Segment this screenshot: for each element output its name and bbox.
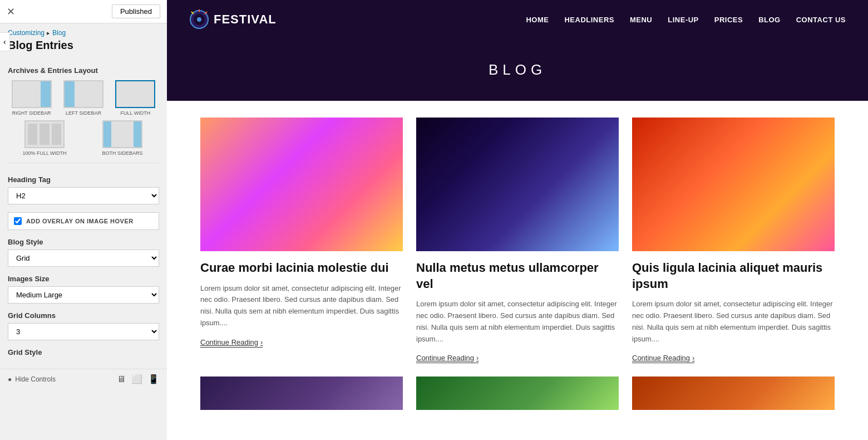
grid-style-label: Grid Style <box>8 348 159 356</box>
grid-columns-label: Grid Columns <box>8 311 159 320</box>
sidebar-right-bar <box>41 81 51 107</box>
sidebar-left-bar <box>65 81 75 107</box>
blog-header: BLOG <box>167 39 868 101</box>
desktop-icon[interactable]: 🖥 <box>117 374 126 384</box>
heading-tag-section: Heading Tag H2 H1 H3 H4 ADD OVERLAY ON I… <box>0 169 167 369</box>
blog-card-1-readmore[interactable]: Continue Reading › <box>200 338 263 348</box>
overlay-label: ADD OVERLAY ON IMAGE HOVER <box>26 218 134 224</box>
close-button[interactable]: ✕ <box>7 6 15 18</box>
blog-card-3-excerpt: Lorem ipsum dolor sit amet, consectetur … <box>632 299 835 345</box>
layout-options-row1: RIGHT SIDEBAR LEFT SIDEBAR FULL WIDTH <box>8 80 159 116</box>
full-width-bar <box>116 81 154 107</box>
dual-left-bar <box>103 121 111 147</box>
blog-card-1-image <box>200 118 403 251</box>
blog-card-6-image <box>632 377 835 410</box>
nav-lineup[interactable]: LINE-UP <box>668 16 699 24</box>
site-logo: FESTIVAL <box>189 9 277 30</box>
100-full-width-thumb <box>24 120 65 148</box>
layout-right-sidebar[interactable]: RIGHT SIDEBAR <box>8 80 55 116</box>
both-sidebars-label: BOTH SIDEBARS <box>102 150 142 156</box>
layout-options-row2: 100% FULL WIDTH BOTH SIDEBARS <box>8 120 159 156</box>
images-size-group: Images Size Medium Large Thumbnail Mediu… <box>8 275 159 304</box>
right-sidebar-label: RIGHT SIDEBAR <box>12 110 51 116</box>
nav-contact[interactable]: CONTACT US <box>796 16 846 24</box>
heading-tag-label: Heading Tag <box>8 175 159 184</box>
blog-style-group: Blog Style Grid List Masonry <box>8 238 159 267</box>
published-button[interactable]: Published <box>112 4 160 18</box>
blog-card-3-readmore[interactable]: Continue Reading › <box>632 354 694 363</box>
site-preview: FESTIVAL HOME HEADLINERS MENU LINE-UP PR… <box>167 0 868 440</box>
blog-card-1: Curae morbi lacinia molestie dui Lorem i… <box>200 118 403 363</box>
blog-card-5-image <box>416 377 619 410</box>
svg-line-4 <box>205 12 207 14</box>
blog-card-3-readmore-label: Continue Reading <box>632 354 690 362</box>
blog-grid: Curae morbi lacinia molestie dui Lorem i… <box>167 101 868 427</box>
layout-both-sidebars[interactable]: BOTH SIDEBARS <box>86 120 159 156</box>
blog-card-3: Quis ligula lacinia aliquet mauris ipsum… <box>632 118 835 363</box>
breadcrumb-separator: ▸ <box>47 30 50 37</box>
layout-left-sidebar[interactable]: LEFT SIDEBAR <box>60 80 107 116</box>
overlay-checkbox[interactable] <box>14 217 22 225</box>
panel-title: Blog Entries <box>0 39 167 60</box>
blog-card-2-readmore[interactable]: Continue Reading › <box>416 354 479 363</box>
both-sidebars-thumb <box>102 120 142 148</box>
blog-card-3-image <box>632 118 835 251</box>
overlay-checkbox-row[interactable]: ADD OVERLAY ON IMAGE HOVER <box>8 212 159 230</box>
grid-columns-select[interactable]: 3 1 2 4 <box>8 323 159 340</box>
svg-line-5 <box>191 12 194 14</box>
archives-section: Archives & Entries Layout RIGHT SIDEBAR … <box>0 60 167 163</box>
full-width-label: FULL WIDTH <box>120 110 150 116</box>
nav-headliners[interactable]: HEADLINERS <box>564 16 614 24</box>
nav-blog[interactable]: BLOG <box>758 16 781 24</box>
logo-text: FESTIVAL <box>214 12 277 27</box>
right-sidebar-thumb <box>12 80 52 108</box>
blog-card-4-image <box>200 377 403 410</box>
nav-links: HOME HEADLINERS MENU LINE-UP PRICES BLOG… <box>526 16 846 24</box>
left-sidebar-label: LEFT SIDEBAR <box>66 110 101 116</box>
layout-full-width[interactable]: FULL WIDTH <box>112 80 159 116</box>
dual-right-bar <box>134 121 141 147</box>
archives-label: Archives & Entries Layout <box>8 66 159 75</box>
circle-icon: ● <box>8 375 12 383</box>
panel-top-bar: ✕ Published <box>0 0 167 23</box>
mobile-icon[interactable]: 📱 <box>148 374 159 384</box>
blog-card-4 <box>200 377 403 410</box>
images-size-select[interactable]: Medium Large Thumbnail Medium Large Full <box>8 286 159 304</box>
blog-card-1-title: Curae morbi lacinia molestie dui <box>200 260 403 276</box>
100-full-width-label: 100% FULL WIDTH <box>22 150 66 156</box>
blog-card-2-title: Nulla metus metus ullamcorper vel <box>416 260 619 292</box>
blog-card-5 <box>416 377 619 410</box>
svg-point-2 <box>197 17 201 22</box>
back-arrow-button[interactable]: ‹ <box>0 32 10 51</box>
blog-card-2-readmore-label: Continue Reading <box>416 354 474 362</box>
layout-100-full-width[interactable]: 100% FULL WIDTH <box>8 120 81 156</box>
panel-bottom: ● Hide Controls 🖥 ⬜ 📱 <box>0 369 167 389</box>
blog-card-3-arrow: › <box>692 354 694 362</box>
tablet-icon[interactable]: ⬜ <box>131 374 142 384</box>
hide-controls-button[interactable]: ● Hide Controls <box>8 375 56 383</box>
blog-card-2-body: Nulla metus metus ullamcorper vel Lorem … <box>416 251 619 363</box>
blog-card-3-title: Quis ligula lacinia aliquet mauris ipsum <box>632 260 835 292</box>
left-sidebar-thumb <box>63 80 103 108</box>
blog-style-label: Blog Style <box>8 238 159 246</box>
breadcrumb-current: Blog <box>52 29 66 37</box>
blog-card-2-image <box>416 118 619 251</box>
blog-card-2: Nulla metus metus ullamcorper vel Lorem … <box>416 118 619 363</box>
blog-card-1-body: Curae morbi lacinia molestie dui Lorem i… <box>200 251 403 348</box>
nav-menu[interactable]: MENU <box>630 16 652 24</box>
logo-icon <box>189 9 209 30</box>
images-size-label: Images Size <box>8 275 159 283</box>
navbar: FESTIVAL HOME HEADLINERS MENU LINE-UP PR… <box>167 0 868 39</box>
blog-card-1-readmore-label: Continue Reading <box>200 338 258 346</box>
blog-card-6 <box>632 377 835 410</box>
blog-card-1-arrow: › <box>260 338 263 346</box>
blog-card-2-arrow: › <box>476 354 479 362</box>
heading-tag-select[interactable]: H2 H1 H3 H4 <box>8 187 159 204</box>
blog-style-select[interactable]: Grid List Masonry <box>8 250 159 267</box>
blog-card-2-excerpt: Lorem ipsum dolor sit amet, consectetur … <box>416 299 619 345</box>
breadcrumb-parent[interactable]: Customizing <box>8 29 45 37</box>
nav-prices[interactable]: PRICES <box>714 16 743 24</box>
nav-home[interactable]: HOME <box>526 16 549 24</box>
grid-columns-group: Grid Columns 3 1 2 4 <box>8 311 159 340</box>
hide-controls-label: Hide Controls <box>15 375 56 383</box>
